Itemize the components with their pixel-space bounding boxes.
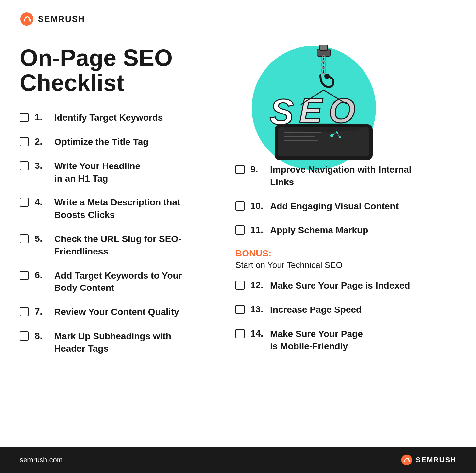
checkbox-10[interactable] [235, 201, 245, 211]
item-number-8: 8. [35, 331, 48, 341]
checkbox-11[interactable] [235, 225, 245, 235]
checkbox-12[interactable] [235, 281, 245, 290]
list-item: 2. Optimize the Title Tag [20, 136, 235, 148]
list-item: 7. Review Your Content Quality [20, 306, 235, 318]
item-text-7: Review Your Content Quality [54, 306, 179, 318]
list-item: 12. Make Sure Your Page is Indexed [235, 279, 456, 292]
item-number-6: 6. [35, 270, 48, 281]
item-text-5: Check the URL Slug for SEO-Friendliness [54, 233, 181, 258]
item-number-14: 14. [250, 328, 264, 339]
svg-point-19 [324, 74, 330, 79]
main-content: On-Page SEO Checklist 1. Identify Target… [0, 26, 476, 380]
item-text-8: Mark Up Subheadings withHeader Tags [54, 330, 171, 355]
list-item: 10. Add Engaging Visual Content [235, 200, 456, 213]
svg-point-0 [20, 12, 33, 26]
logo-area: SEMRUSH [0, 0, 476, 26]
list-item: 3. Write Your Headlinein an H1 Tag [20, 160, 235, 185]
bonus-label: BONUS: [235, 248, 456, 259]
item-number-10: 10. [250, 201, 264, 211]
footer-logo-icon [401, 454, 413, 466]
item-number-7: 7. [35, 307, 48, 317]
list-item: 6. Add Target Keywords to YourBody Conte… [20, 270, 235, 294]
item-number-3: 3. [35, 161, 48, 171]
checkbox-8[interactable] [20, 331, 29, 341]
checkbox-1[interactable] [20, 113, 29, 122]
checklist-right: 9. Improve Navigation with InternalLinks… [235, 164, 456, 364]
checkbox-7[interactable] [20, 307, 29, 316]
footer: semrush.com SEMRUSH [0, 447, 476, 473]
checkbox-2[interactable] [20, 137, 29, 146]
item-text-1: Identify Target Keywords [54, 112, 163, 124]
checklist-left: 1. Identify Target Keywords 2. Optimize … [20, 112, 235, 355]
list-item: 8. Mark Up Subheadings withHeader Tags [20, 330, 235, 355]
logo-text: SEMRUSH [38, 14, 85, 24]
list-item: 4. Write a Meta Description thatBoosts C… [20, 196, 235, 221]
bonus-section: BONUS: Start on Your Technical SEO [235, 248, 456, 270]
item-number-4: 4. [35, 197, 48, 207]
checkbox-6[interactable] [20, 271, 29, 280]
item-text-2: Optimize the Title Tag [54, 136, 148, 148]
item-number-2: 2. [35, 136, 48, 147]
item-text-4: Write a Meta Description thatBoosts Clic… [54, 196, 180, 221]
footer-logo-text: SEMRUSH [416, 456, 456, 464]
item-number-11: 11. [250, 225, 264, 235]
footer-url: semrush.com [20, 456, 63, 464]
checkbox-4[interactable] [20, 198, 29, 207]
illustration-container: S E O [235, 39, 392, 177]
svg-point-15 [284, 123, 363, 132]
right-area: S E O [235, 39, 456, 367]
list-item: 14. Make Sure Your Pageis Mobile-Friendl… [235, 328, 456, 353]
list-item: 1. Identify Target Keywords [20, 112, 235, 124]
item-text-14: Make Sure Your Pageis Mobile-Friendly [270, 328, 363, 353]
list-item: 13. Increase Page Speed [235, 304, 456, 316]
item-text-3: Write Your Headlinein an H1 Tag [54, 160, 140, 185]
item-number-5: 5. [35, 234, 48, 244]
item-number-13: 13. [250, 304, 264, 315]
item-text-11: Apply Schema Markup [270, 224, 368, 236]
page-wrapper: SEMRUSH On-Page SEO Checklist 1. Identif… [0, 0, 476, 473]
item-text-6: Add Target Keywords to YourBody Content [54, 270, 182, 294]
svg-rect-18 [320, 45, 328, 50]
seo-illustration: S E O [235, 39, 392, 177]
list-item: 5. Check the URL Slug for SEO-Friendline… [20, 233, 235, 258]
checkbox-13[interactable] [235, 305, 245, 314]
bonus-description: Start on Your Technical SEO [235, 260, 456, 270]
item-text-12: Make Sure Your Page is Indexed [270, 279, 410, 292]
item-text-10: Add Engaging Visual Content [270, 200, 399, 213]
left-col: On-Page SEO Checklist 1. Identify Target… [20, 39, 235, 367]
footer-logo: SEMRUSH [401, 454, 456, 466]
item-number-1: 1. [35, 112, 48, 123]
item-text-13: Increase Page Speed [270, 304, 362, 316]
semrush-logo-icon [20, 12, 34, 26]
checkbox-3[interactable] [20, 161, 29, 170]
svg-point-25 [401, 455, 412, 465]
item-number-12: 12. [250, 280, 264, 290]
page-title: On-Page SEO Checklist [20, 46, 235, 95]
checkbox-14[interactable] [235, 329, 245, 338]
checkbox-5[interactable] [20, 234, 29, 243]
list-item: 11. Apply Schema Markup [235, 224, 456, 236]
